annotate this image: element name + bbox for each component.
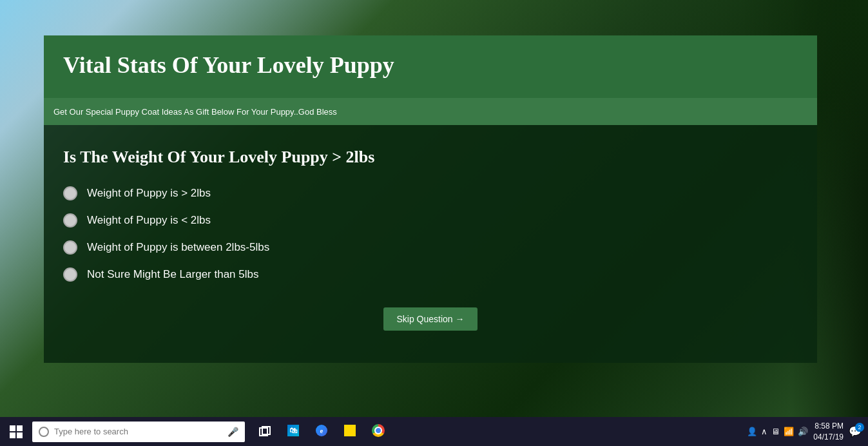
option-label-2[interactable]: Weight of Puppy is < 2lbs [87,214,211,227]
question-section: Is The Weight Of Your Lovely Puppy > 2lb… [44,125,817,363]
tray-up-arrow-icon[interactable]: ∧ [761,427,767,436]
tray-wifi-icon[interactable]: 📶 [784,427,794,436]
start-button[interactable] [3,419,29,445]
taskbar-app-ie[interactable]: e [308,418,335,445]
chrome-icon [372,424,385,437]
microphone-icon[interactable]: 🎤 [227,427,238,437]
skip-question-button[interactable]: Skip Question → [383,307,477,331]
taskbar: 🎤 🛍 e 👤 ∧ 🖥 📶 🔊 8:58 PM 04 [0,417,868,446]
header-section: Vital Stats Of Your Lovely Puppy [44,35,817,98]
sticky-notes-icon [344,425,356,436]
sub-header-text: Get Our Special Puppy Coat Ideas As Gift… [53,107,337,117]
option-label-1[interactable]: Weight of Puppy is > 2lbs [87,187,211,200]
search-input[interactable] [54,427,202,436]
taskbar-app-taskview[interactable] [251,418,278,445]
clock-time: 8:58 PM [813,421,844,432]
system-tray: 👤 ∧ 🖥 📶 🔊 8:58 PM 04/17/19 💬 2 [747,421,865,443]
radio-option-4[interactable] [63,267,77,282]
option-item-3[interactable]: Weight of Puppy is between 2lbs-5lbs [63,240,798,255]
radio-option-2[interactable] [63,213,77,228]
radio-option-3[interactable] [63,240,77,255]
options-container: Weight of Puppy is > 2lbs Weight of Pupp… [63,186,798,282]
taskview-icon [259,426,271,435]
tray-people-icon[interactable]: 👤 [747,427,757,436]
windows-logo-icon [10,425,23,438]
taskbar-app-chrome[interactable] [365,418,392,445]
internet-explorer-icon: e [316,425,327,436]
option-item-2[interactable]: Weight of Puppy is < 2lbs [63,213,798,228]
main-container: Vital Stats Of Your Lovely Puppy Get Our… [44,35,817,363]
notification-center[interactable]: 💬 2 [849,425,862,438]
taskbar-app-store[interactable]: 🛍 [280,418,307,445]
skip-button-container: Skip Question → [63,307,798,331]
taskbar-apps: 🛍 e [251,418,392,445]
sub-header: Get Our Special Puppy Coat Ideas As Gift… [44,98,817,125]
system-clock[interactable]: 8:58 PM 04/17/19 [813,421,844,443]
option-label-3[interactable]: Weight of Puppy is between 2lbs-5lbs [87,241,269,254]
option-item-4[interactable]: Not Sure Might Be Larger than 5lbs [63,267,798,282]
search-bar[interactable]: 🎤 [32,422,245,442]
question-title: Is The Weight Of Your Lovely Puppy > 2lb… [63,148,798,167]
tray-icons: 👤 ∧ 🖥 📶 🔊 [747,427,808,436]
tray-network-icon[interactable]: 🖥 [771,427,780,436]
radio-option-1[interactable] [63,186,77,200]
store-icon: 🛍 [287,425,299,436]
search-icon [39,427,49,437]
tray-volume-icon[interactable]: 🔊 [798,427,808,436]
page-title: Vital Stats Of Your Lovely Puppy [63,52,798,79]
taskbar-app-sticky[interactable] [336,418,363,445]
notification-badge: 2 [855,423,864,432]
option-label-4[interactable]: Not Sure Might Be Larger than 5lbs [87,268,258,281]
option-item-1[interactable]: Weight of Puppy is > 2lbs [63,186,798,200]
clock-date: 04/17/19 [813,432,844,443]
